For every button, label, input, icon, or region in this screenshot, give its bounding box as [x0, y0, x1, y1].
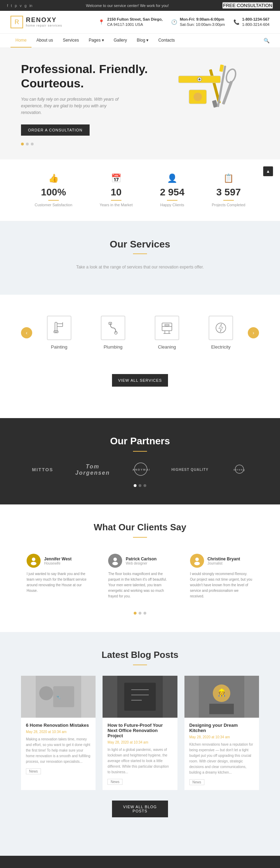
- logo-name: RENOXY: [26, 16, 62, 24]
- view-all-services-button[interactable]: VIEW ALL SERVICES: [112, 374, 168, 387]
- stat-clients: 👤 2 954 Happy Clients: [160, 173, 184, 207]
- clock-icon: 🕐: [171, 19, 177, 25]
- blog-image-2: [103, 676, 177, 718]
- blog-text-1: Making a renovation takes time, money an…: [26, 737, 91, 765]
- order-consultation-button[interactable]: ORDER A CONSULTATION: [21, 124, 90, 136]
- partners-dots: [21, 484, 259, 487]
- services-carousel: ‹ Painting Plumbin: [0, 295, 280, 371]
- nav-gallery[interactable]: Gallery: [109, 34, 132, 48]
- blog-tag-1: News: [26, 768, 41, 774]
- stat-label-clients: Happy Clients: [160, 203, 184, 207]
- carousel-prev-button[interactable]: ‹: [21, 327, 32, 338]
- blog-tag-3: News: [189, 779, 204, 785]
- nav-services[interactable]: Services: [58, 34, 84, 48]
- plumbing-label: Plumbing: [101, 344, 125, 350]
- blog-tag-2: News: [107, 779, 122, 785]
- svg-text:HANDYMAN: HANDYMAN: [132, 468, 149, 471]
- nav-about[interactable]: About us: [31, 34, 58, 48]
- nav-links: Home About us Services Pages ▾ Gallery B…: [10, 34, 180, 48]
- partners-dot-2[interactable]: [139, 484, 141, 487]
- social-links[interactable]: f t p v g in: [7, 3, 32, 8]
- svg-marker-25: [219, 324, 223, 332]
- painting-label: Painting: [47, 344, 71, 350]
- blog-text-3: Kitchen renovations have a reputation fo…: [189, 742, 254, 775]
- google-icon[interactable]: g: [24, 3, 27, 8]
- hours-weekday: Mon-Fri: 9:00am-6:00pm: [180, 17, 225, 22]
- nav-home[interactable]: Home: [10, 34, 31, 48]
- blog-grid: 🔧 6 Home Renovation Mistakes May 28, 202…: [21, 676, 259, 790]
- avatar-jennifer: [27, 554, 41, 568]
- hero-dot-2[interactable]: [26, 143, 29, 145]
- search-icon[interactable]: 🔍: [264, 38, 270, 43]
- blog-image-3: 👷: [184, 676, 259, 718]
- testimonials-dots: [21, 612, 259, 615]
- hero-dot-1[interactable]: [21, 143, 24, 145]
- stat-number-years: 10: [100, 187, 133, 198]
- hours-weekend: Sat-Sun: 10:00am-3:00pm: [180, 22, 225, 27]
- blog-title-1: 6 Home Renovation Mistakes: [26, 723, 91, 728]
- blog-date-2: May 28, 2020 at 10:34 am: [107, 740, 172, 744]
- stat-label-years: Years in the Market: [100, 203, 133, 207]
- facebook-icon[interactable]: f: [7, 3, 8, 8]
- testimonials-grid: Jennifer West Housewife I just wanted to…: [21, 548, 259, 605]
- carousel-next-button[interactable]: ›: [248, 327, 259, 338]
- free-consultation-button[interactable]: FREE CONSULTATION: [222, 2, 273, 9]
- testimonials-section: What Our Clients Say Jennifer West House…: [0, 504, 280, 632]
- testimonials-dot-3[interactable]: [144, 612, 146, 615]
- nav-blog[interactable]: Blog ▾: [132, 34, 153, 48]
- testimonials-dot-2[interactable]: [139, 612, 141, 615]
- partner-mittos: MITTOS: [32, 467, 53, 472]
- logo-icon: R: [10, 16, 23, 28]
- stat-projects: 📋 3 597 Projects Completed: [212, 173, 245, 207]
- role-jennifer: Housewife: [44, 561, 71, 565]
- phone1: 1-800-1234-567: [242, 17, 270, 22]
- nav-pages[interactable]: Pages ▾: [84, 34, 108, 48]
- scroll-top-button[interactable]: ▲: [263, 166, 273, 176]
- name-christine: Christine Bryant: [208, 557, 240, 561]
- stat-number-projects: 3 597: [212, 187, 245, 198]
- partners-dot-3[interactable]: [144, 484, 146, 487]
- name-patrick: Patrick Carlson: [126, 557, 156, 561]
- svg-text:🔧: 🔧: [56, 695, 61, 700]
- testimonials-dot-1[interactable]: [134, 612, 136, 615]
- svg-point-30: [32, 558, 35, 561]
- welcome-message: Welcome to our service center! We work f…: [86, 3, 169, 8]
- plumbing-icon: [101, 316, 125, 340]
- svg-rect-47: [209, 704, 234, 714]
- blog-title: Latest Blog Posts: [21, 650, 259, 660]
- hero-title: Professional. Friendly.Courteous.: [21, 62, 259, 91]
- partners-dot-1[interactable]: [134, 484, 136, 487]
- twitter-icon[interactable]: t: [11, 3, 12, 8]
- svg-point-32: [113, 558, 117, 561]
- stat-divider: [48, 200, 59, 201]
- consultation-btn-wrapper[interactable]: FREE CONSULTATION: [222, 2, 273, 9]
- stat-divider: [167, 200, 177, 201]
- view-all-blog-button[interactable]: VIEW ALL BLOG POSTS: [112, 801, 168, 817]
- svg-point-31: [31, 562, 36, 565]
- location-icon: 📍: [98, 19, 104, 25]
- address-line1: 2150 Fulton Street, San Diego,: [107, 17, 162, 22]
- svg-text:👷: 👷: [217, 688, 226, 697]
- pinterest-icon[interactable]: p: [15, 3, 17, 8]
- svg-point-34: [195, 558, 199, 561]
- electricity-icon: [209, 316, 233, 340]
- vimeo-icon[interactable]: v: [20, 3, 22, 8]
- role-patrick: Web designer: [126, 561, 156, 565]
- linkedin-icon[interactable]: in: [29, 3, 33, 8]
- stats-section: 👍 100% Customer Satisfaction 📅 10 Years …: [0, 159, 280, 221]
- services-header: Our Services Take a look at the range of…: [0, 221, 280, 287]
- spacer: [0, 835, 280, 856]
- testimonial-patrick: Patrick Carlson Web designer The floor l…: [103, 548, 177, 605]
- hero-dot-3[interactable]: [31, 143, 34, 145]
- stat-label-projects: Projects Completed: [212, 203, 245, 207]
- nav-contacts[interactable]: Contacts: [153, 34, 180, 48]
- clipboard-icon: 📋: [212, 173, 245, 183]
- address-line2: CA 94117-1001 USA: [107, 22, 143, 27]
- thumbs-up-icon: 👍: [35, 173, 72, 183]
- service-painting: Painting: [40, 309, 78, 357]
- testimonials-divider: [133, 537, 147, 538]
- calendar-icon: 📅: [100, 173, 133, 183]
- logo-sub: home repair services: [26, 24, 62, 28]
- footer: R RENOXY home repair services f t p v g …: [0, 856, 280, 868]
- name-jennifer: Jennifer West: [44, 557, 71, 561]
